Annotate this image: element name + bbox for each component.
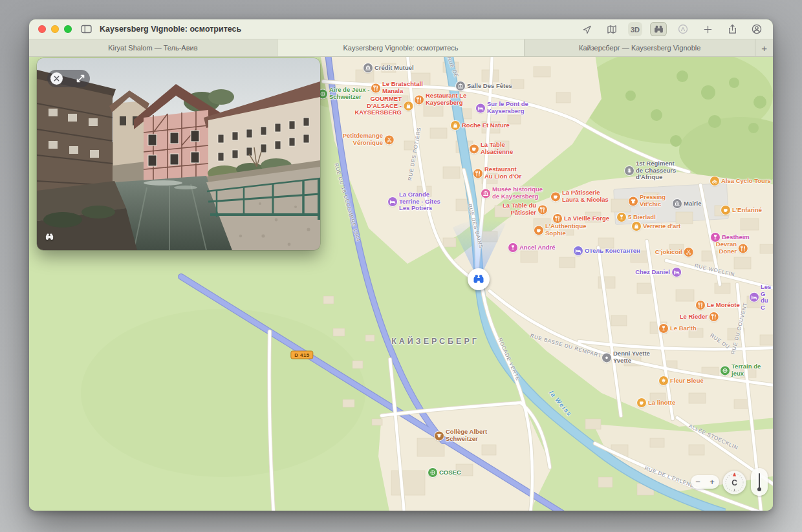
map-poi[interactable]: La Table Alsacienne <box>470 142 513 155</box>
map-poi[interactable]: Chez Daniel <box>635 268 681 277</box>
map-poi[interactable]: Pressing Vit'chic <box>629 194 666 207</box>
poi-label: COSEC <box>439 469 461 476</box>
share-button[interactable] <box>724 22 741 36</box>
poi-label: Collège Albert Schweitzer <box>446 429 487 442</box>
tab-kiryat-shalom[interactable]: Kiryat Shalom — Тель-Авив <box>29 39 277 56</box>
tilt-control[interactable] <box>751 468 768 496</box>
map-poi[interactable]: La Table du Pâtissier <box>503 202 547 216</box>
sidebar-toggle-icon[interactable] <box>80 23 92 35</box>
tab-kaysersberg-lookaround[interactable]: Kaysersberg Vignoble: осмотритесь <box>277 39 525 56</box>
poi-label: Sur le Pont de Kaysersberg <box>487 101 528 114</box>
minimize-window-button[interactable] <box>51 25 59 33</box>
map-poi[interactable]: GOURMET D'ALSACE - KAYSERSBERG <box>354 96 413 116</box>
map-poi[interactable]: Le Rieder <box>680 312 719 321</box>
map-poi[interactable]: Denni Yvette Yvette <box>602 350 650 364</box>
zoom-out-button[interactable]: − <box>691 475 705 489</box>
tab-label: Кайзерсберг — Kaysersberg Vignoble <box>579 44 700 52</box>
poi-label: La linotte <box>648 399 675 407</box>
map-poi[interactable]: COSEC <box>428 468 461 477</box>
bank-icon <box>456 81 465 90</box>
map-poi[interactable]: La Vieille Forge <box>553 214 609 223</box>
map-poi[interactable]: Fleur Bleue <box>659 376 704 385</box>
tab-bar: Kiryat Shalom — Тель-Авив Kaysersberg Vi… <box>29 39 773 57</box>
account-button[interactable] <box>748 22 765 36</box>
3d-button[interactable]: 3D <box>628 22 642 36</box>
map-canvas[interactable]: RUE DERUE DES POTIERSRUE DU 18 DÉCEMBRE … <box>29 57 773 511</box>
map-poi[interactable]: Alsa Cyclo Tours <box>710 176 771 186</box>
city-label: КАЙЗЕРСБЕРГ <box>391 337 479 346</box>
map-poi[interactable]: La Pâtisserie Laura & Nicolas <box>551 189 609 203</box>
locate-button[interactable] <box>579 22 596 36</box>
poi-label: Restaurant Au Lion d'Or <box>484 166 521 180</box>
map-poi[interactable]: Collège Albert Schweitzer <box>435 429 487 442</box>
poi-label: Denni Yvette Yvette <box>613 350 650 364</box>
tab-label: Kaysersberg Vignoble: осмотритесь <box>343 44 458 52</box>
poi-label: C'jokicoif <box>655 249 682 256</box>
map-poi[interactable]: Le Bar'th <box>659 324 697 333</box>
zoom-window-button[interactable] <box>64 25 72 33</box>
restaurant-icon <box>415 95 424 104</box>
map-poi[interactable]: Roche Et Nature <box>451 121 510 130</box>
map-poi[interactable]: Le Moréote <box>696 301 740 310</box>
map-poi[interactable]: Restaurant Le Kaysersberg <box>415 92 466 106</box>
map-poi[interactable]: Mairie <box>673 199 701 208</box>
bank-icon <box>363 63 373 72</box>
map-poi[interactable]: Les G du C <box>750 284 773 312</box>
dot-icon <box>602 353 611 362</box>
poi-label: Bestheim <box>722 234 750 241</box>
ball-icon <box>721 366 730 375</box>
map-poi[interactable]: L'Enfariné <box>721 206 762 215</box>
add-pin-button[interactable] <box>699 22 716 36</box>
map-poi[interactable]: Restaurant Au Lion d'Or <box>473 166 521 180</box>
restaurant-icon <box>710 312 719 321</box>
poi-label: Ancel André <box>519 244 556 251</box>
map-poi[interactable]: Salle Des Fêtes <box>456 81 512 90</box>
map-poi[interactable]: Terrain de jeux <box>721 363 773 377</box>
map-poi[interactable]: La Grande Terrine - Gites Les Potiers <box>388 191 440 212</box>
map-poi[interactable]: La linotte <box>637 398 675 407</box>
traffic-lights <box>38 25 72 33</box>
poi-label: Terrain de jeux <box>732 363 773 377</box>
look-around-marker[interactable] <box>468 268 490 290</box>
map-poi[interactable]: 5 Bierladl <box>617 213 656 222</box>
close-window-button[interactable] <box>38 25 46 33</box>
poi-label: Salle Des Fêtes <box>467 83 512 90</box>
map-poi[interactable]: L'Authentique Sophie <box>534 223 586 237</box>
poi-label: La Table Alsacienne <box>481 142 513 155</box>
tab-kaysersberg[interactable]: Кайзерсберг — Kaysersberg Vignoble <box>525 39 755 56</box>
expand-diagonal-icon <box>76 74 85 83</box>
bed-icon <box>750 293 759 302</box>
maps-window: Kaysersberg Vignoble: осмотритесь 3D <box>29 19 773 511</box>
bag-icon <box>451 121 460 130</box>
poi-label: Musée historique de Kaysersberg <box>492 186 543 200</box>
poi-label: La Vieille Forge <box>564 215 609 222</box>
poi-label: La Grande Terrine - Gites Les Potiers <box>399 191 440 212</box>
map-poi[interactable]: Ancel André <box>508 243 556 252</box>
close-look-around-button[interactable] <box>50 72 63 85</box>
zoom-in-button[interactable]: + <box>705 475 719 489</box>
compass-control[interactable]: С <box>722 471 746 495</box>
map-poi[interactable]: Отель Константен <box>574 246 640 255</box>
svg-text:1: 1 <box>628 168 631 173</box>
map-poi[interactable]: Devran Doner <box>716 241 748 255</box>
look-around-button[interactable] <box>650 22 667 36</box>
map-poi[interactable]: Petitdemange Véronique <box>343 133 394 146</box>
restaurant-icon <box>696 301 705 310</box>
map-poi[interactable]: Musée historique de Kaysersberg <box>481 186 543 200</box>
xmark-icon <box>54 76 60 81</box>
map-poi[interactable]: Sur le Pont de Kaysersberg <box>476 101 528 114</box>
look-around-panel[interactable] <box>37 58 320 250</box>
map-poi[interactable]: Crédit Mutuel <box>363 63 414 72</box>
poi-label: Les G du C <box>761 284 773 312</box>
poi-label: Le Moréote <box>707 302 740 309</box>
map-poi[interactable]: 11st Regiment de Chasseurs d'Afrique <box>625 160 676 181</box>
tilt-slider-icon <box>757 473 762 492</box>
school-icon <box>435 431 444 440</box>
map-mode-button[interactable] <box>603 22 620 36</box>
bed-icon <box>388 197 397 206</box>
map-poi[interactable]: C'jokicoif <box>655 248 693 257</box>
expand-look-around-button[interactable] <box>74 72 87 85</box>
map-poi[interactable]: Verrerie d'art <box>632 222 680 231</box>
new-tab-button[interactable]: + <box>755 39 773 56</box>
ball-icon <box>428 468 437 477</box>
